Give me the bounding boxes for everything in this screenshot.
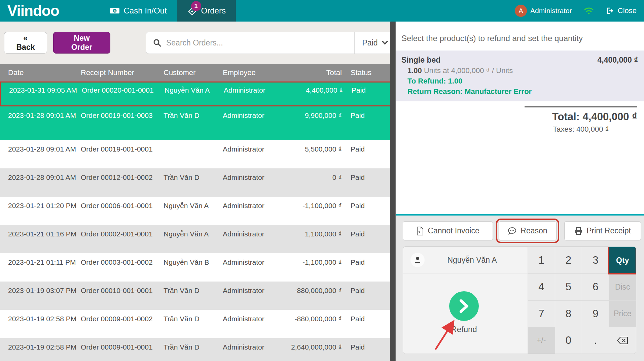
column-header-total: Total (279, 68, 342, 77)
numpad-key-4[interactable]: 4 (528, 273, 555, 300)
product-price: 4,400,000 ₫ (597, 55, 638, 65)
numpad-key-2[interactable]: 2 (555, 247, 582, 273)
back-button[interactable]: « Back (4, 32, 47, 54)
user-menu[interactable]: A Administrator (515, 5, 572, 17)
order-row[interactable]: 2023-01-28 09:01 AM Order 00012-001-0002… (0, 168, 396, 197)
order-row-selected-annotated[interactable]: 2023-01-31 09:05 AM Order 00020-001-0001… (0, 81, 396, 106)
svg-text:0: 0 (114, 9, 115, 13)
orders-count-badge: 1 (191, 1, 201, 11)
refund-detail-panel: Select the product(s) to refund and set … (396, 22, 644, 361)
search-icon (153, 38, 162, 47)
order-row[interactable]: 2023-01-21 01:20 PM Order 00006-001-0001… (0, 197, 396, 225)
print-receipt-button[interactable]: Print Receipt (564, 221, 641, 240)
numpad-key-6[interactable]: 6 (582, 273, 609, 300)
wifi-status-icon (583, 7, 594, 15)
numpad-key-price: Price (609, 300, 636, 327)
numpad-key-plusminus: +/- (528, 327, 555, 354)
column-header-date: Date (8, 68, 78, 77)
status-filter-dropdown[interactable]: Paid (354, 32, 395, 54)
printer-icon (574, 227, 582, 235)
numpad-key-5[interactable]: 5 (555, 273, 582, 300)
order-total: Total: 4,400,000 ₫ (525, 111, 637, 123)
header-right-group: A Administrator Close (515, 5, 637, 17)
search-bar: Paid (146, 32, 396, 54)
viindoo-logo: Viindoo (7, 2, 59, 19)
status-filter-value: Paid (362, 38, 378, 47)
return-reason-line: Return Reason: Manufacturer Error (407, 86, 638, 97)
backspace-icon (617, 336, 628, 344)
banknote-icon: 0 (110, 7, 120, 14)
refund-orderline[interactable]: Single bed 4,400,000 ₫ 1.00 Units at 4,0… (396, 51, 644, 101)
print-receipt-label: Print Receipt (586, 226, 631, 235)
customer-button[interactable]: Nguyễn Văn A (403, 247, 528, 273)
user-avatar: A (515, 5, 527, 17)
logout-icon (606, 7, 614, 15)
customer-name: Nguyễn Văn A (430, 256, 528, 265)
order-row[interactable]: 2023-01-21 01:11 PM Order 00003-001-0002… (0, 253, 396, 282)
close-session-button[interactable]: Close (606, 6, 637, 15)
numpad-panel: Nguyễn Văn A Refund 1 2 3 Qty 4 5 6 Disc… (403, 247, 636, 354)
order-row[interactable]: 2023-01-21 01:16 PM Order 00002-001-0001… (0, 225, 396, 253)
column-header-employee: Employee (223, 68, 276, 77)
numpad-key-8[interactable]: 8 (555, 300, 582, 327)
numpad-key-disc: Disc (609, 273, 636, 300)
numpad-key-3[interactable]: 3 (582, 247, 609, 273)
order-row[interactable]: 2023-01-19 02:58 PM Order 00009-001-0002… (0, 310, 396, 338)
cannot-invoice-label: Cannot Invoice (428, 226, 479, 235)
orders-toolbar: « Back New Order Paid (0, 22, 396, 64)
numpad-key-7[interactable]: 7 (528, 300, 555, 327)
order-row-selected[interactable]: 2023-01-28 09:01 AM Order 00019-001-0003… (0, 106, 396, 140)
nav-cash-label: Cash In/Out (124, 6, 167, 15)
column-header-receipt: Receipt Number (81, 68, 161, 77)
top-header: Viindoo 0 Cash In/Out 1 Orders A Adminis… (0, 0, 644, 22)
order-row[interactable]: 2023-01-28 09:01 AM Order 00019-001-0001… (0, 140, 396, 168)
nav-orders-tab[interactable]: 1 Orders (177, 0, 236, 22)
refund-action-area: Refund (403, 273, 528, 354)
order-row[interactable]: 2023-01-19 02:58 PM Order 00009-001-0001… (0, 338, 396, 361)
orders-table-header: Date Receipt Number Customer Employee To… (0, 64, 396, 81)
reason-button[interactable]: Reason (499, 221, 557, 240)
orders-icon: 1 (187, 6, 197, 16)
nav-cash-in-out[interactable]: 0 Cash In/Out (100, 0, 177, 22)
invoice-file-icon (416, 227, 424, 235)
nav-orders-label: Orders (201, 6, 226, 15)
product-name: Single bed (401, 55, 440, 65)
order-row[interactable]: 2023-01-19 03:07 PM Order 00010-001-0001… (0, 282, 396, 310)
numpad-key-0[interactable]: 0 (555, 327, 582, 354)
product-unit-price: Units at 4,000,000 ₫ / Units (422, 66, 513, 75)
scrollbar-thumb[interactable] (390, 22, 395, 361)
numpad-key-1[interactable]: 1 (528, 247, 555, 273)
product-qty: 1.00 (407, 66, 422, 75)
user-name: Administrator (530, 7, 572, 15)
customer-person-icon (410, 253, 425, 267)
refund-instruction: Select the product(s) to refund and set … (396, 22, 644, 51)
to-refund-line: To Refund: 1.00 (407, 76, 638, 86)
order-total-summary: Total: 4,400,000 ₫ Taxes: 400,000 ₫ (525, 106, 637, 134)
reason-label: Reason (521, 226, 547, 235)
refund-label: Refund (444, 325, 484, 334)
numpad-key-qty[interactable]: Qty (609, 247, 636, 273)
new-order-button[interactable]: New Order (53, 32, 110, 54)
column-header-status: Status (345, 68, 392, 77)
total-divider (525, 106, 637, 107)
refund-controls: Cannot Invoice Reason Print Receipt (396, 216, 644, 361)
orders-list-scrollbar[interactable] (390, 22, 396, 361)
orders-list-panel: « Back New Order Paid Date Receipt Numbe… (0, 22, 396, 361)
close-label: Close (618, 6, 637, 15)
chevron-right-icon (458, 299, 470, 314)
speech-bubble-icon (508, 227, 516, 235)
numpad-key-9[interactable]: 9 (582, 300, 609, 327)
numpad-key-backspace[interactable] (609, 327, 636, 354)
cannot-invoice-button[interactable]: Cannot Invoice (403, 221, 493, 240)
search-orders-input[interactable] (166, 38, 354, 47)
order-taxes: Taxes: 400,000 ₫ (525, 125, 637, 134)
numpad-key-decimal[interactable]: . (582, 327, 609, 354)
chevron-down-icon (382, 41, 388, 45)
refund-button[interactable] (449, 291, 479, 321)
column-header-customer: Customer (164, 68, 220, 77)
